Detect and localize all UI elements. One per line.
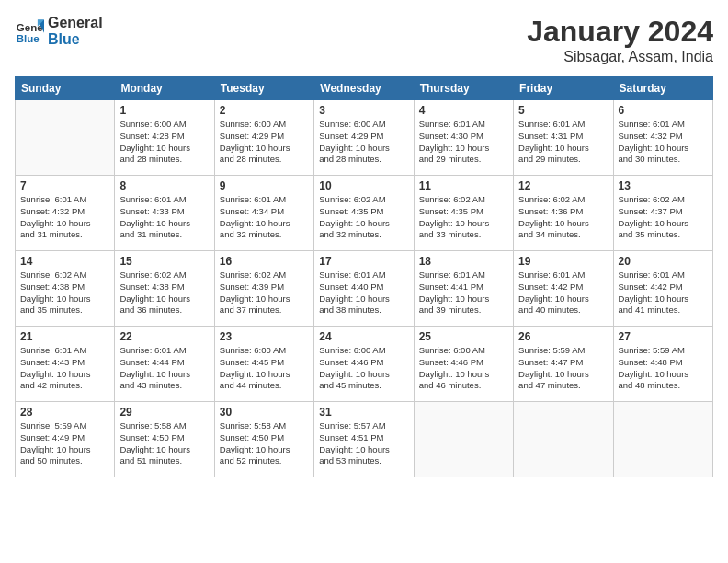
calendar-cell: 25Sunrise: 6:00 AMSunset: 4:46 PMDayligh…	[414, 327, 513, 402]
day-info-line: Sunrise: 6:00 AM	[319, 345, 408, 357]
day-number: 19	[518, 255, 608, 268]
day-number: 7	[20, 179, 109, 192]
calendar-cell	[514, 402, 613, 477]
subtitle: Sibsagar, Assam, India	[527, 49, 713, 65]
day-info-line: Daylight: 10 hours	[518, 293, 608, 305]
day-info-line: Daylight: 10 hours	[419, 293, 508, 305]
header: General Blue General Blue January 2024 S…	[15, 15, 713, 65]
day-info-line: Daylight: 10 hours	[220, 444, 309, 456]
day-info-line: Sunset: 4:47 PM	[518, 357, 608, 369]
day-info-line: Sunset: 4:50 PM	[119, 432, 209, 444]
day-info-line: Daylight: 10 hours	[319, 444, 408, 456]
day-info-line: and 47 minutes.	[518, 380, 608, 392]
day-info-line: and 44 minutes.	[220, 380, 309, 392]
day-number: 28	[20, 406, 109, 419]
week-row: 7Sunrise: 6:01 AMSunset: 4:32 PMDaylight…	[16, 176, 713, 251]
day-info-line: Sunrise: 5:59 AM	[619, 345, 708, 357]
calendar-cell: 20Sunrise: 6:01 AMSunset: 4:42 PMDayligh…	[613, 251, 712, 327]
day-info-line: Daylight: 10 hours	[119, 218, 209, 230]
logo: General Blue General Blue	[15, 15, 103, 47]
day-info-line: Daylight: 10 hours	[518, 143, 608, 155]
day-info-line: Sunrise: 6:01 AM	[419, 270, 508, 282]
calendar-cell: 3Sunrise: 6:00 AMSunset: 4:29 PMDaylight…	[314, 100, 414, 176]
day-info-line: Sunset: 4:34 PM	[220, 206, 309, 218]
day-info-line: Sunrise: 6:01 AM	[619, 119, 708, 131]
day-number: 2	[220, 104, 309, 117]
day-info-line: Sunset: 4:51 PM	[319, 432, 408, 444]
day-info-line: and 50 minutes.	[20, 455, 109, 467]
logo-line1: General	[48, 15, 103, 31]
day-info-line: Daylight: 10 hours	[220, 218, 309, 230]
day-number: 10	[319, 179, 408, 192]
day-info-line: Daylight: 10 hours	[119, 293, 209, 305]
day-info-line: Daylight: 10 hours	[220, 369, 309, 381]
day-info-line: Daylight: 10 hours	[419, 369, 508, 381]
day-info-line: Sunset: 4:38 PM	[119, 282, 209, 293]
day-number: 9	[220, 179, 309, 192]
main-title: January 2024	[527, 15, 713, 49]
day-number: 31	[319, 406, 408, 419]
weekday-header: Friday	[514, 77, 613, 100]
day-info-line: Daylight: 10 hours	[220, 293, 309, 305]
day-info-line: Sunrise: 6:02 AM	[619, 194, 708, 206]
day-info-line: Daylight: 10 hours	[619, 293, 708, 305]
day-info-line: Daylight: 10 hours	[419, 143, 508, 155]
calendar-cell: 23Sunrise: 6:00 AMSunset: 4:45 PMDayligh…	[214, 327, 313, 402]
day-info-line: and 37 minutes.	[220, 304, 309, 316]
day-info-line: Sunset: 4:33 PM	[119, 206, 209, 218]
day-number: 3	[319, 104, 408, 117]
day-info-line: Daylight: 10 hours	[319, 369, 408, 381]
day-info-line: Sunset: 4:39 PM	[220, 282, 309, 293]
weekday-header: Thursday	[414, 77, 513, 100]
day-number: 16	[220, 255, 309, 268]
day-info-line: and 29 minutes.	[419, 154, 508, 166]
day-info-line: Sunset: 4:35 PM	[419, 206, 508, 218]
day-info-line: Daylight: 10 hours	[319, 218, 408, 230]
day-info-line: Sunset: 4:42 PM	[518, 282, 608, 293]
week-row: 21Sunrise: 6:01 AMSunset: 4:43 PMDayligh…	[16, 327, 713, 402]
day-info-line: Sunset: 4:44 PM	[119, 357, 209, 369]
day-info-line: and 41 minutes.	[619, 304, 708, 316]
logo-line2: Blue	[48, 31, 103, 48]
day-info-line: Sunset: 4:41 PM	[419, 282, 508, 293]
day-info-line: and 38 minutes.	[319, 304, 408, 316]
day-info-line: and 36 minutes.	[119, 304, 209, 316]
day-info-line: Sunrise: 6:02 AM	[220, 270, 309, 282]
day-info-line: Sunrise: 5:58 AM	[119, 420, 209, 432]
day-info-line: and 29 minutes.	[518, 154, 608, 166]
day-number: 8	[119, 179, 209, 192]
day-info-line: and 33 minutes.	[419, 229, 508, 241]
calendar-cell: 18Sunrise: 6:01 AMSunset: 4:41 PMDayligh…	[414, 251, 513, 327]
day-info-line: and 48 minutes.	[619, 380, 708, 392]
day-info-line: Sunset: 4:30 PM	[419, 131, 508, 143]
calendar-cell: 21Sunrise: 6:01 AMSunset: 4:43 PMDayligh…	[16, 327, 115, 402]
day-info-line: and 32 minutes.	[220, 229, 309, 241]
weekday-header-row: SundayMondayTuesdayWednesdayThursdayFrid…	[16, 77, 713, 100]
day-number: 6	[619, 104, 708, 117]
day-info-line: Sunset: 4:46 PM	[419, 357, 508, 369]
calendar-cell: 5Sunrise: 6:01 AMSunset: 4:31 PMDaylight…	[514, 100, 613, 176]
day-info-line: Sunrise: 5:57 AM	[319, 420, 408, 432]
day-info-line: Daylight: 10 hours	[20, 444, 109, 456]
day-info-line: and 52 minutes.	[220, 455, 309, 467]
calendar-cell: 13Sunrise: 6:02 AMSunset: 4:37 PMDayligh…	[613, 176, 712, 251]
weekday-header: Saturday	[613, 77, 712, 100]
calendar-cell: 30Sunrise: 5:58 AMSunset: 4:50 PMDayligh…	[214, 402, 313, 477]
day-info-line: Daylight: 10 hours	[518, 369, 608, 381]
day-info-line: Sunset: 4:50 PM	[220, 432, 309, 444]
day-info-line: and 31 minutes.	[119, 229, 209, 241]
day-info-line: Sunset: 4:32 PM	[619, 131, 708, 143]
weekday-header: Tuesday	[214, 77, 313, 100]
calendar-cell	[414, 402, 513, 477]
day-info-line: Daylight: 10 hours	[319, 143, 408, 155]
day-info-line: and 34 minutes.	[518, 229, 608, 241]
calendar-cell: 7Sunrise: 6:01 AMSunset: 4:32 PMDaylight…	[16, 176, 115, 251]
day-info-line: Sunrise: 6:01 AM	[518, 119, 608, 131]
day-number: 20	[619, 255, 708, 268]
day-info-line: Sunrise: 6:02 AM	[419, 194, 508, 206]
day-info-line: Daylight: 10 hours	[518, 218, 608, 230]
calendar-cell: 17Sunrise: 6:01 AMSunset: 4:40 PMDayligh…	[314, 251, 414, 327]
calendar-cell: 28Sunrise: 5:59 AMSunset: 4:49 PMDayligh…	[16, 402, 115, 477]
day-info-line: Sunset: 4:32 PM	[20, 206, 109, 218]
svg-text:Blue: Blue	[17, 32, 40, 43]
